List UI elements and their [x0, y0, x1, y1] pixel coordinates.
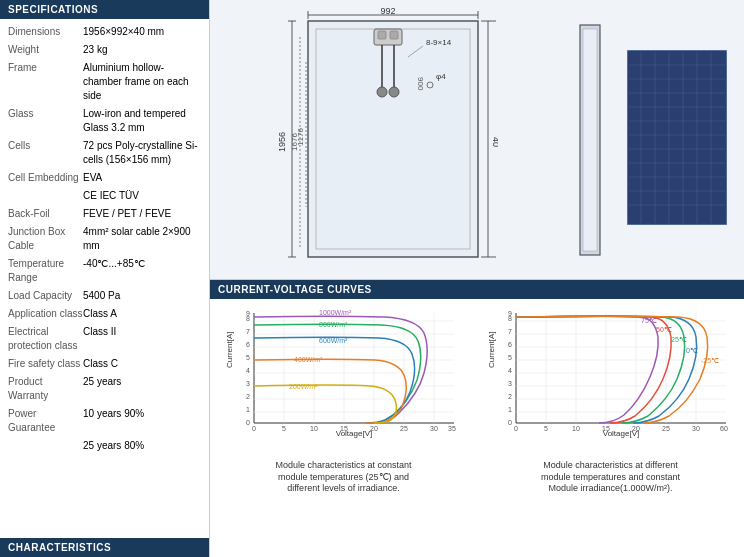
svg-text:900: 900 — [416, 77, 425, 91]
svg-text:0: 0 — [252, 425, 256, 432]
spec-label-temperature: Temperature Range — [8, 257, 83, 285]
spec-firesafety: Fire safety class Class C — [8, 357, 201, 371]
svg-text:5: 5 — [544, 425, 548, 432]
spec-value-junctionbox: 4mm² solar cable 2×900 mm — [83, 225, 201, 253]
spec-backfoil: Back-Foil FEVE / PET / FEVE — [8, 207, 201, 221]
svg-rect-31 — [583, 29, 597, 251]
spec-value-load: 5400 Pa — [83, 289, 201, 303]
svg-text:25℃: 25℃ — [671, 336, 687, 343]
svg-text:2: 2 — [246, 393, 250, 400]
svg-point-15 — [377, 87, 387, 97]
side-profile — [567, 8, 617, 271]
spec-label-load: Load Capacity — [8, 289, 83, 303]
diagram-area: 992 40 — [210, 0, 744, 280]
spec-label-backfoil: Back-Foil — [8, 207, 83, 221]
svg-text:3: 3 — [246, 380, 250, 387]
svg-text:6: 6 — [246, 341, 250, 348]
svg-text:7: 7 — [508, 328, 512, 335]
diagram-main: 992 40 — [218, 8, 557, 271]
spec-label-cells: Cells — [8, 139, 83, 153]
svg-text:0℃: 0℃ — [686, 347, 698, 354]
svg-text:30: 30 — [430, 425, 438, 432]
specs-table: Dimensions 1956×992×40 mm Weight 23 kg F… — [0, 19, 209, 538]
chart1-container: Current[A] Voltage[V] 0 1 2 3 4 5 6 7 8 … — [214, 303, 473, 553]
spec-label-appclass: Application class — [8, 307, 83, 321]
svg-text:1: 1 — [508, 406, 512, 413]
svg-text:20: 20 — [632, 425, 640, 432]
spec-warranty: Product Warranty 25 years — [8, 375, 201, 403]
svg-text:400W/m²: 400W/m² — [294, 356, 323, 363]
spec-load: Load Capacity 5400 Pa — [8, 289, 201, 303]
svg-text:15: 15 — [340, 425, 348, 432]
svg-text:50℃: 50℃ — [656, 326, 672, 333]
svg-text:1: 1 — [246, 406, 250, 413]
spec-label-firesafety: Fire safety class — [8, 357, 83, 371]
svg-text:40: 40 — [491, 137, 498, 147]
svg-text:6: 6 — [508, 341, 512, 348]
spec-value-warranty: 25 years — [83, 375, 201, 389]
spec-label-dimensions: Dimensions — [8, 25, 83, 39]
panel-photo-area — [627, 50, 732, 230]
spec-power-guarantee2: 25 years 80% — [8, 439, 201, 453]
specs-header: SPECIFICATIONS — [0, 0, 209, 19]
svg-text:200W/m²: 200W/m² — [289, 383, 318, 390]
svg-text:8-9×14: 8-9×14 — [426, 38, 452, 47]
right-panel: 992 40 — [210, 0, 744, 557]
spec-value-power: 10 years 90% — [83, 407, 201, 421]
spec-value-cert: CE IEC TÜV — [83, 189, 201, 203]
spec-value-frame: Aluminium hollow-chamber frame on each s… — [83, 61, 201, 103]
spec-temperature: Temperature Range -40℃...+85℃ — [8, 257, 201, 285]
spec-label-elecprotection: Electrical protection class — [8, 325, 83, 353]
svg-text:10: 10 — [572, 425, 580, 432]
spec-label-frame: Frame — [8, 61, 83, 75]
svg-text:4: 4 — [246, 367, 250, 374]
spec-label-glass: Glass — [8, 107, 83, 121]
svg-text:1956: 1956 — [278, 132, 287, 152]
spec-value-backfoil: FEVE / PET / FEVE — [83, 207, 201, 221]
spec-label-cell-embedding: Cell Embedding — [8, 171, 83, 185]
svg-text:2: 2 — [508, 393, 512, 400]
spec-certifications: CE IEC TÜV — [8, 189, 201, 203]
svg-text:992: 992 — [380, 7, 395, 16]
spec-label-junctionbox: Junction Box Cable — [8, 225, 83, 253]
spec-value-glass: Low-iron and tempered Glass 3.2 mm — [83, 107, 201, 135]
spec-value-cell-embedding: EVA — [83, 171, 201, 185]
chart1-svg: Current[A] Voltage[V] 0 1 2 3 4 5 6 7 8 … — [224, 303, 464, 458]
svg-text:5: 5 — [246, 354, 250, 361]
svg-text:9: 9 — [508, 310, 512, 317]
svg-point-16 — [389, 87, 399, 97]
curves-content: Current[A] Voltage[V] 0 1 2 3 4 5 6 7 8 … — [210, 299, 744, 557]
chart1-caption: Module characteristics at constantmodule… — [275, 460, 411, 495]
spec-label-weight: Weight — [8, 43, 83, 57]
svg-text:9: 9 — [246, 310, 250, 317]
svg-text:10: 10 — [310, 425, 318, 432]
svg-text:0: 0 — [508, 419, 512, 426]
spec-glass: Glass Low-iron and tempered Glass 3.2 mm — [8, 107, 201, 135]
svg-text:1176: 1176 — [296, 128, 305, 146]
svg-rect-11 — [378, 31, 386, 39]
svg-text:5: 5 — [508, 354, 512, 361]
chart2-caption: Module characteristics at differentmodul… — [541, 460, 680, 495]
spec-junctionbox: Junction Box Cable 4mm² solar cable 2×90… — [8, 225, 201, 253]
svg-rect-12 — [390, 31, 398, 39]
spec-label-power: Power Guarantee — [8, 407, 83, 435]
svg-text:20: 20 — [370, 425, 378, 432]
spec-elecprotection: Electrical protection class Class II — [8, 325, 201, 353]
spec-power-guarantee: Power Guarantee 10 years 90% — [8, 407, 201, 435]
svg-text:φ4: φ4 — [436, 72, 446, 81]
chart2-svg: Current[A] Voltage[V] 0 1 2 3 4 5 6 7 8 … — [486, 303, 736, 458]
spec-value-temperature: -40℃...+85℃ — [83, 257, 201, 271]
svg-text:25: 25 — [662, 425, 670, 432]
svg-text:Current[A]: Current[A] — [487, 332, 496, 368]
svg-text:800W/m²: 800W/m² — [319, 321, 348, 328]
svg-text:1000W/m²: 1000W/m² — [319, 309, 352, 316]
spec-value-dimensions: 1956×992×40 mm — [83, 25, 201, 39]
svg-text:60: 60 — [720, 425, 728, 432]
panel-thumbnail-svg — [627, 50, 727, 225]
svg-text:600W/m²: 600W/m² — [319, 337, 348, 344]
svg-rect-8 — [308, 21, 478, 257]
svg-text:Current[A]: Current[A] — [225, 332, 234, 368]
panel-diagram-svg: 992 40 — [278, 7, 498, 272]
left-panel: SPECIFICATIONS Dimensions 1956×992×40 mm… — [0, 0, 210, 557]
svg-text:5: 5 — [282, 425, 286, 432]
